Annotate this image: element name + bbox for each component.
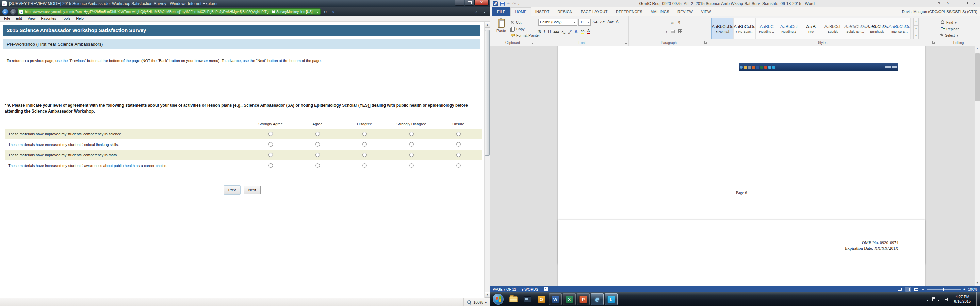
style-subtle-emphasis[interactable]: AaBbCcDc Subtle Em... [844, 18, 866, 39]
multilevel-list-icon[interactable] [649, 21, 654, 24]
close-button[interactable] [474, 0, 488, 6]
clipboard-dialog-launcher-icon[interactable] [531, 41, 533, 44]
style-no-spacing[interactable]: AaBbCcDc ¶ No Spac... [733, 18, 756, 39]
tab-design[interactable]: DESIGN [554, 8, 577, 16]
text-highlight-icon[interactable] [581, 29, 584, 34]
scroll-up-icon[interactable] [485, 22, 490, 27]
radio-button[interactable] [409, 163, 414, 168]
tab-view[interactable]: VIEW [697, 8, 715, 16]
gallery-up-icon[interactable] [913, 18, 919, 25]
scrollbar-thumb[interactable] [975, 53, 980, 101]
select-button[interactable]: Select [940, 32, 959, 38]
style-heading1[interactable]: AaBbC Heading 1 [756, 18, 778, 39]
style-intense-emphasis[interactable]: AaBbCcDc Intense E... [888, 18, 911, 39]
radio-button[interactable] [409, 153, 414, 157]
radio-button[interactable] [315, 153, 320, 157]
paste-button[interactable]: Paste [493, 19, 509, 39]
superscript-icon[interactable]: x2 [568, 29, 572, 34]
radio-button[interactable] [409, 132, 414, 136]
ie-zoom-control[interactable]: 100% [463, 298, 487, 306]
radio-button[interactable] [269, 153, 273, 157]
style-heading2[interactable]: AaBbCcl Heading 2 [778, 18, 800, 39]
tab-review[interactable]: REVIEW [673, 8, 697, 16]
radio-button[interactable] [456, 153, 461, 157]
decrease-indent-icon[interactable] [657, 21, 661, 24]
radio-button[interactable] [315, 163, 320, 168]
radio-button[interactable] [409, 142, 414, 147]
signed-in-user[interactable]: Davis, Meagan (CDC/OPHSS/CSELS) (CTR) [902, 8, 977, 16]
justify-icon[interactable] [657, 30, 662, 33]
taskbar-lync[interactable]: L [605, 293, 617, 305]
volume-icon[interactable] [945, 298, 949, 301]
radio-button[interactable] [456, 142, 461, 147]
address-dropdown-icon[interactable] [315, 8, 320, 14]
menu-view[interactable]: View [25, 16, 38, 21]
menu-file[interactable]: File [2, 16, 13, 21]
increase-indent-icon[interactable] [664, 21, 668, 24]
restore-button[interactable] [961, 0, 970, 8]
style-subtitle[interactable]: AaBbCcL Subtitle [822, 18, 844, 39]
favorites-star-icon[interactable] [473, 8, 480, 14]
bullet-list-icon[interactable] [633, 21, 638, 24]
taskbar-internet-explorer[interactable]: e [591, 293, 604, 305]
shrink-font-icon[interactable] [600, 19, 605, 24]
style-normal[interactable]: AaBbCcDc ¶ Normal [711, 18, 733, 39]
line-spacing-icon[interactable] [666, 28, 667, 34]
tab-file[interactable]: FILE [492, 8, 511, 16]
close-button[interactable] [970, 0, 978, 8]
scroll-down-icon[interactable] [485, 292, 490, 298]
borders-icon[interactable] [678, 29, 682, 33]
taskbar-clock[interactable]: 4:27 PM 6/16/2015 [952, 295, 973, 304]
start-button[interactable] [493, 294, 504, 304]
address-field[interactable]: e https://www.surveymonkey.com/r/?sm=Hyg… [18, 8, 321, 14]
taskbar-app-window[interactable] [521, 293, 534, 305]
network-icon[interactable] [939, 298, 941, 301]
ie-vertical-scrollbar[interactable] [484, 22, 490, 298]
tab-references[interactable]: REFERENCES [612, 8, 646, 16]
maximize-button[interactable] [465, 0, 474, 6]
minimize-button[interactable] [952, 0, 961, 8]
align-left-icon[interactable] [633, 30, 638, 33]
zoom-slider-thumb[interactable] [943, 288, 944, 291]
radio-button[interactable] [269, 163, 273, 168]
find-button[interactable]: Find [940, 19, 959, 25]
radio-button[interactable] [269, 132, 273, 136]
url-text[interactable]: https://www.surveymonkey.com/r/?sm=HygE%… [25, 10, 269, 14]
zoom-level[interactable]: 100% [968, 287, 977, 292]
menu-favorites[interactable]: Favorites [38, 16, 59, 21]
zoom-in-icon[interactable] [963, 287, 966, 292]
radio-button[interactable] [363, 142, 367, 147]
scroll-down-icon[interactable] [975, 280, 980, 286]
change-case-icon[interactable] [608, 19, 614, 24]
save-icon[interactable] [500, 2, 504, 6]
read-mode-icon[interactable] [897, 287, 903, 292]
gallery-more-icon[interactable] [913, 32, 919, 39]
gallery-down-icon[interactable] [913, 25, 919, 32]
next-button[interactable]: Next [243, 186, 261, 195]
underline-icon[interactable] [548, 30, 551, 34]
style-title[interactable]: AaB Title [800, 18, 822, 39]
radio-button[interactable] [315, 132, 320, 136]
action-center-flag-icon[interactable] [932, 297, 935, 301]
scrollbar-thumb[interactable] [485, 30, 490, 156]
paragraph-dialog-launcher-icon[interactable] [705, 41, 707, 44]
taskbar-outlook[interactable]: O [535, 293, 548, 305]
numbered-list-icon[interactable] [641, 21, 646, 24]
refresh-button[interactable] [322, 8, 329, 14]
show-hidden-icons-icon[interactable] [927, 296, 928, 302]
scroll-up-icon[interactable] [975, 46, 980, 52]
zoom-slider[interactable] [927, 289, 961, 290]
font-dialog-launcher-icon[interactable] [625, 41, 627, 44]
zoom-dropdown-icon[interactable] [485, 300, 487, 304]
font-family-select[interactable]: Calibri (Body) [538, 19, 577, 25]
ev-identity-badge[interactable]: SurveyMonkey, Inc [US] [269, 9, 315, 14]
strikethrough-icon[interactable] [554, 30, 559, 34]
word-vertical-scrollbar[interactable] [974, 46, 980, 286]
clear-formatting-icon[interactable] [616, 19, 618, 24]
zoom-out-icon[interactable] [922, 287, 924, 292]
tab-home[interactable]: HOME [511, 8, 531, 16]
stop-button[interactable] [330, 8, 337, 14]
prev-button[interactable]: Prev [224, 186, 240, 195]
taskbar-powerpoint[interactable]: P [577, 293, 590, 305]
taskbar-excel[interactable]: X [563, 293, 576, 305]
